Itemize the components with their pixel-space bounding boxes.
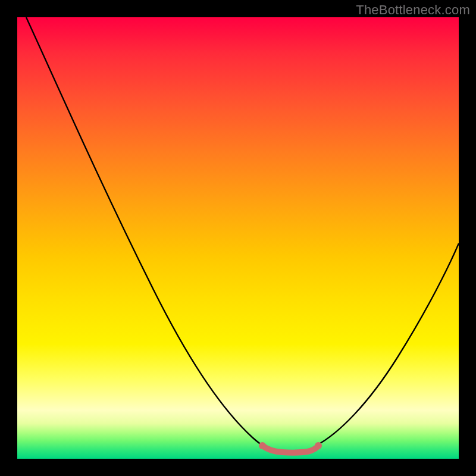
right-curve: [316, 243, 459, 446]
valley-left-dot: [259, 442, 266, 449]
valley-highlight: [262, 446, 318, 453]
curve-overlay: [17, 17, 459, 459]
plot-area: [17, 17, 459, 459]
left-curve: [26, 17, 266, 447]
valley-right-dot: [315, 442, 322, 449]
watermark-text: TheBottleneck.com: [356, 2, 470, 18]
chart-frame: TheBottleneck.com: [0, 0, 476, 476]
